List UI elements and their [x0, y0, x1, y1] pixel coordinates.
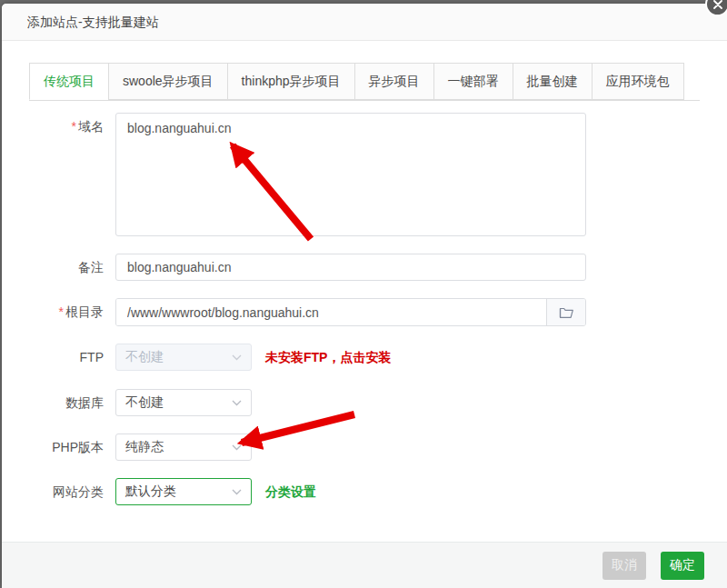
database-label: 数据库: [29, 389, 115, 416]
folder-icon: [559, 305, 574, 319]
root-dir-input[interactable]: [116, 299, 546, 325]
chevron-down-icon: [232, 444, 242, 451]
required-asterisk: *: [72, 119, 76, 134]
tab-batch-create[interactable]: 批量创建: [513, 63, 593, 100]
ftp-select[interactable]: 不创建: [115, 344, 252, 371]
php-version-select[interactable]: 纯静态: [115, 434, 252, 461]
dialog-footer: 取消 确定: [2, 542, 727, 588]
tab-traditional-project[interactable]: 传统项目: [29, 63, 109, 100]
tab-thinkphp-async-project[interactable]: thinkphp异步项目: [227, 63, 355, 100]
tab-one-click-deploy[interactable]: 一键部署: [433, 63, 513, 100]
tab-bar: 传统项目 swoole异步项目 thinkphp异步项目 异步项目 一键部署 批…: [29, 63, 700, 101]
php-version-row: PHP版本 纯静态: [29, 434, 700, 461]
note-label: 备注: [29, 254, 115, 281]
database-selected-value: 不创建: [125, 394, 164, 411]
database-select[interactable]: 不创建: [115, 389, 252, 416]
add-site-form: *域名 blog.nanguahui.cn 备注 *根目录: [29, 113, 700, 506]
site-category-selected-value: 默认分类: [125, 483, 176, 500]
root-dir-row: *根目录: [29, 298, 700, 326]
add-site-dialog: 添加站点-支持批量建站 传统项目 swoole异步项目 thinkphp异步项目…: [2, 4, 727, 588]
root-dir-label: *根目录: [29, 298, 115, 325]
note-row: 备注: [29, 254, 700, 281]
chevron-down-icon: [232, 354, 242, 361]
confirm-button[interactable]: 确定: [661, 552, 704, 580]
ftp-not-installed-link[interactable]: 未安装FTP，点击安装: [265, 344, 391, 372]
chevron-down-icon: [232, 400, 242, 406]
database-row: 数据库 不创建: [29, 389, 700, 416]
ftp-label: FTP: [29, 344, 115, 371]
cancel-button[interactable]: 取消: [603, 552, 646, 580]
category-settings-link[interactable]: 分类设置: [265, 478, 316, 506]
site-category-row: 网站分类 默认分类 分类设置: [29, 478, 700, 506]
tab-app-environment-package[interactable]: 应用环境包: [592, 63, 684, 100]
domain-textarea[interactable]: blog.nanguahui.cn: [115, 113, 586, 236]
tab-async-project[interactable]: 异步项目: [354, 63, 434, 100]
chevron-down-icon: [232, 489, 242, 495]
domain-row: *域名 blog.nanguahui.cn: [29, 113, 700, 236]
dialog-title: 添加站点-支持批量建站: [2, 4, 727, 41]
root-dir-group: [115, 298, 586, 326]
ftp-selected-value: 不创建: [125, 349, 164, 365]
php-version-selected-value: 纯静态: [125, 439, 164, 455]
domain-label: *域名: [29, 113, 115, 140]
ftp-row: FTP 不创建 未安装FTP，点击安装: [29, 344, 700, 372]
note-input[interactable]: [115, 254, 586, 281]
site-category-label: 网站分类: [29, 478, 115, 505]
php-version-label: PHP版本: [29, 434, 115, 461]
close-icon: [713, 0, 722, 9]
browse-folder-button[interactable]: [546, 299, 585, 325]
tab-swoole-async-project[interactable]: swoole异步项目: [108, 63, 228, 100]
site-category-select[interactable]: 默认分类: [115, 478, 252, 505]
required-asterisk: *: [59, 304, 64, 319]
